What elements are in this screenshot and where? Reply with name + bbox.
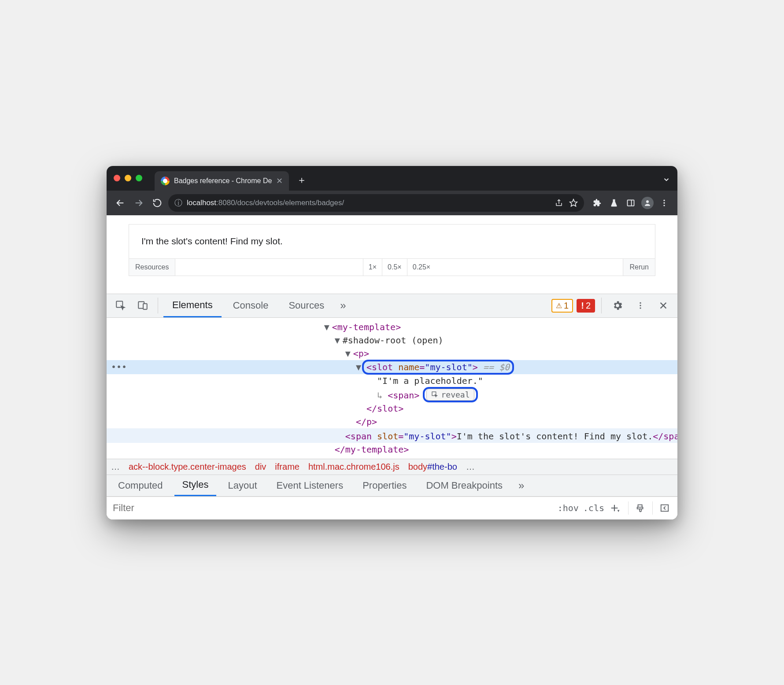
dom-node-slot-selected[interactable]: ••• ▼<slot name="my-slot"> == $0 [107,360,677,374]
tabs-overflow-icon[interactable]: » [336,299,350,312]
side-panel-icon[interactable] [624,196,638,210]
new-tab-button[interactable]: ＋ [297,173,307,187]
dom-node-p[interactable]: ▼<p> [107,347,677,360]
tabs-chevron-down-icon[interactable] [662,176,670,184]
styles-filter-bar: :hov .cls ▾ [107,497,677,519]
svg-point-15 [640,307,641,309]
svg-point-6 [646,200,649,203]
svg-marker-3 [570,199,577,206]
dom-node-span-slotted[interactable]: <span slot="my-slot">I'm the slot's cont… [107,428,677,443]
site-info-icon[interactable]: ⓘ [174,198,182,208]
computed-panel-toggle-icon[interactable] [657,501,672,516]
svg-rect-12 [143,304,147,309]
address-bar[interactable]: ⓘ localhost:8080/docs/devtools/elements/… [168,194,584,212]
breadcrumb-item[interactable]: ack--block.type.center-images [129,462,246,472]
forward-button[interactable] [131,195,146,210]
device-toggle-icon[interactable] [133,296,152,315]
svg-point-8 [663,202,665,203]
maximize-window-button[interactable] [136,175,142,181]
zoom-1x[interactable]: 1× [363,259,382,276]
profile-avatar[interactable] [640,196,655,210]
bookmark-star-icon[interactable] [569,199,578,207]
tab-dom-breakpoints[interactable]: DOM Breakpoints [418,475,510,496]
tab-properties[interactable]: Properties [355,475,414,496]
zoom-0-25x[interactable]: 0.25× [407,259,436,276]
inspect-element-icon[interactable] [111,296,130,315]
page-viewport: I'm the slot's content! Find my slot. Re… [107,215,677,294]
paintbrush-icon[interactable] [633,501,648,516]
close-window-button[interactable] [114,175,120,181]
styles-tabbar: Computed Styles Layout Event Listeners P… [107,475,677,497]
back-button[interactable] [113,195,128,210]
styles-filter-input[interactable] [107,502,558,514]
collapse-ellipsis-icon[interactable]: ••• [111,361,127,372]
dom-node-my-template-close[interactable]: </my-template> [107,443,677,456]
reload-button[interactable] [150,195,165,210]
breadcrumb-item[interactable]: div [255,462,266,472]
tab-console[interactable]: Console [224,294,277,317]
demo-body-text: I'm the slot's content! Find my slot. [129,225,655,258]
resources-button[interactable]: Resources [129,259,175,276]
dom-node-slot-close[interactable]: </slot> [107,402,677,415]
tab-title: Badges reference - Chrome De [174,177,272,185]
dom-tree[interactable]: ▼<my-template> ▼#shadow-root (open) ▼<p>… [107,318,677,459]
kebab-menu-icon[interactable] [657,196,671,210]
settings-gear-icon[interactable] [608,296,627,315]
hov-toggle[interactable]: :hov [558,503,579,513]
toolbar-actions [590,196,671,210]
svg-point-7 [663,199,665,201]
tab-sources[interactable]: Sources [280,294,333,317]
devtools-panel: Elements Console Sources » ⚠1 !2 [107,294,677,519]
tab-elements[interactable]: Elements [163,294,222,317]
share-icon[interactable] [555,199,563,207]
svg-point-9 [663,205,665,206]
minimize-window-button[interactable] [125,175,131,181]
dom-node-shadow-root[interactable]: ▼#shadow-root (open) [107,334,677,347]
demo-frame: I'm the slot's content! Find my slot. Re… [129,224,655,276]
svg-rect-4 [628,200,634,206]
dom-breadcrumb[interactable]: … ack--block.type.center-images div ifra… [107,459,677,475]
window-controls [114,175,142,181]
warnings-badge[interactable]: ⚠1 [551,299,573,313]
breadcrumb-item[interactable]: body#the-bo [408,462,457,472]
browser-tab[interactable]: Badges reference - Chrome De ✕ [155,171,289,191]
breadcrumb-item[interactable]: iframe [275,462,300,472]
url-text: localhost:8080/docs/devtools/elements/ba… [187,199,344,207]
extensions-icon[interactable] [590,196,604,210]
styles-tabs-overflow-icon[interactable]: » [514,479,529,492]
reveal-badge[interactable]: reveal [426,389,474,401]
dom-node-assigned-span[interactable]: ↳ <span> reveal [107,387,677,402]
tab-close-icon[interactable]: ✕ [276,176,283,186]
zoom-0-5x[interactable]: 0.5× [382,259,407,276]
breadcrumb-item[interactable]: html.mac.chrome106.js [308,462,399,472]
tab-layout[interactable]: Layout [220,475,265,496]
new-style-rule-icon[interactable]: ▾ [609,501,624,516]
svg-point-14 [640,305,641,306]
tab-event-listeners[interactable]: Event Listeners [269,475,351,496]
titlebar: Badges reference - Chrome De ✕ ＋ [107,166,677,191]
breadcrumb-overflow-left[interactable]: … [111,462,120,472]
devtools-tabbar: Elements Console Sources » ⚠1 !2 [107,294,677,318]
warning-icon: ⚠ [556,302,562,310]
demo-footer: Resources 1× 0.5× 0.25× Rerun [129,258,655,276]
devtools-kebab-icon[interactable] [631,296,650,315]
svg-rect-22 [661,505,669,512]
tab-computed[interactable]: Computed [110,475,171,496]
rerun-button[interactable]: Rerun [623,259,655,276]
devtools-close-icon[interactable] [654,296,673,315]
dom-node-placeholder-text[interactable]: "I'm a placeholder." [107,374,677,387]
browser-window: Badges reference - Chrome De ✕ ＋ ⓘ local… [107,166,677,519]
dom-node-my-template[interactable]: ▼<my-template> [107,320,677,334]
svg-point-13 [640,302,641,304]
breadcrumb-overflow-right[interactable]: … [466,462,475,472]
chrome-icon [161,177,170,185]
tab-styles[interactable]: Styles [174,475,217,496]
labs-flask-icon[interactable] [607,196,621,210]
browser-toolbar: ⓘ localhost:8080/docs/devtools/elements/… [107,191,677,215]
dom-node-p-close[interactable]: </p> [107,415,677,428]
errors-badge[interactable]: !2 [577,299,595,313]
error-icon: ! [581,301,584,311]
cls-toggle[interactable]: .cls [583,503,604,513]
